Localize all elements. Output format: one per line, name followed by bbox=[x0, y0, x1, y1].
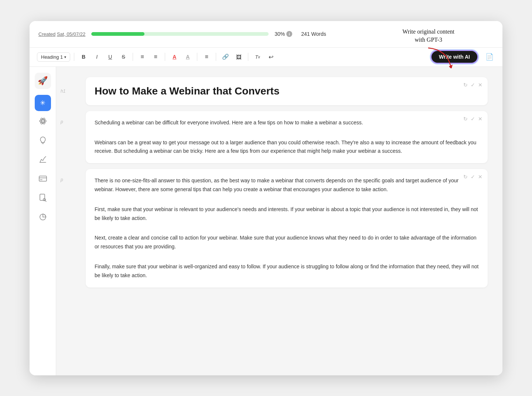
sidebar-item-search[interactable] bbox=[35, 191, 51, 207]
bold-button[interactable]: B bbox=[78, 51, 89, 62]
heading-check-icon[interactable]: ✓ bbox=[471, 82, 475, 87]
clear-format-button[interactable]: Tx bbox=[252, 51, 263, 62]
search-doc-icon bbox=[39, 194, 47, 204]
paragraph-block-2: ↻ ✓ ✕ There is no one-size-fits-all answ… bbox=[86, 169, 488, 287]
paragraph-2-text-1: There is no one-size-fits-all answer to … bbox=[95, 176, 479, 194]
heading-block-label: h1 bbox=[61, 89, 65, 94]
info-icon[interactable]: i bbox=[286, 31, 292, 37]
svg-line-10 bbox=[45, 201, 46, 202]
sidebar-item-chart[interactable] bbox=[35, 152, 51, 169]
svg-rect-8 bbox=[40, 194, 45, 200]
p1-refresh-icon[interactable]: ↻ bbox=[463, 116, 468, 121]
heading-text: How to Make a Webinar that Converts bbox=[95, 85, 479, 98]
p2-check-icon[interactable]: ✓ bbox=[471, 174, 475, 179]
paragraph-1-text-2: Webinars can be a great way to get your … bbox=[95, 138, 479, 156]
font-bg-button[interactable]: A bbox=[182, 51, 193, 62]
paragraph-2-text-2: First, make sure that your webinar is re… bbox=[95, 205, 479, 223]
toolbar: Heading 1 ▾ B I U S ≡ ≡ A A ≡ 🔗 🖼 Tx ↩ W… bbox=[30, 48, 502, 67]
sidebar-item-analytics[interactable] bbox=[35, 210, 51, 226]
paragraph-block-1-actions: ↻ ✓ ✕ bbox=[463, 116, 482, 121]
svg-rect-5 bbox=[39, 176, 47, 181]
toolbar-divider-3 bbox=[165, 53, 165, 61]
heading-close-icon[interactable]: ✕ bbox=[478, 82, 482, 87]
toolbar-divider-6 bbox=[248, 53, 248, 61]
card-icon bbox=[39, 175, 47, 184]
progress-value: 30% bbox=[274, 31, 285, 37]
paragraph-block-1-wrapper: p ↻ ✓ ✕ Scheduling a webinar can be diff… bbox=[71, 111, 488, 163]
app-window: Write original content with GPT-3 Create… bbox=[30, 21, 502, 375]
write-ai-button[interactable]: Write with AI bbox=[432, 51, 477, 63]
undo-button[interactable]: ↩ bbox=[265, 51, 276, 62]
created-label: Created Sat, 05/07/22 bbox=[38, 31, 85, 37]
paragraph-2-text-3: Next, create a clear and concise call to… bbox=[95, 234, 479, 251]
chart-icon bbox=[39, 156, 47, 165]
sidebar-item-atom[interactable] bbox=[35, 114, 51, 130]
p1-close-icon[interactable]: ✕ bbox=[478, 116, 482, 121]
toolbar-divider-4 bbox=[197, 53, 197, 61]
heading-select-label: Heading 1 bbox=[41, 54, 63, 60]
link-button[interactable]: 🔗 bbox=[220, 51, 231, 62]
word-count: 241 Words bbox=[301, 31, 326, 37]
heading-select[interactable]: Heading 1 ▾ bbox=[37, 52, 70, 62]
svg-point-4 bbox=[42, 121, 43, 122]
ul-button[interactable]: ≡ bbox=[150, 51, 161, 62]
underline-button[interactable]: U bbox=[105, 51, 116, 62]
italic-button[interactable]: I bbox=[91, 51, 102, 62]
main-layout: 🚀 ✳ bbox=[30, 67, 502, 375]
heading-refresh-icon[interactable]: ↻ bbox=[463, 82, 468, 87]
image-button[interactable]: 🖼 bbox=[233, 51, 244, 62]
p1-check-icon[interactable]: ✓ bbox=[471, 116, 475, 121]
align-button[interactable]: ≡ bbox=[201, 51, 212, 62]
toolbar-divider-1 bbox=[74, 53, 74, 61]
sidebar-item-bulb[interactable] bbox=[35, 133, 51, 149]
paragraph-2-text-4: Finally, make sure that your webinar is … bbox=[95, 262, 479, 280]
header: Created Sat, 05/07/22 30% i 241 Words bbox=[30, 21, 502, 48]
paragraph-1-text-1: Scheduling a webinar can be difficult fo… bbox=[95, 118, 479, 127]
app-logo: 🚀 bbox=[35, 73, 51, 89]
sidebar-item-card[interactable] bbox=[35, 172, 51, 188]
logo-icon: 🚀 bbox=[38, 76, 48, 86]
atom-icon bbox=[39, 117, 47, 127]
paragraph-block-2-wrapper: p ↻ ✓ ✕ There is no one-size-fits-all an… bbox=[71, 169, 488, 287]
page-icon: 📄 bbox=[484, 51, 495, 62]
bulb-icon bbox=[39, 136, 47, 146]
paragraph-block-2-actions: ↻ ✓ ✕ bbox=[463, 174, 482, 179]
toolbar-divider-2 bbox=[133, 53, 133, 61]
heading-block: ↻ ✓ ✕ How to Make a Webinar that Convert… bbox=[86, 77, 488, 105]
paragraph-block-1: ↻ ✓ ✕ Scheduling a webinar can be diffic… bbox=[86, 111, 488, 163]
toolbar-divider-5 bbox=[216, 53, 216, 61]
p2-refresh-icon[interactable]: ↻ bbox=[463, 174, 468, 179]
content-area: h1 ↻ ✓ ✕ How to Make a Webinar that Conv… bbox=[56, 67, 502, 375]
ol-button[interactable]: ≡ bbox=[137, 51, 148, 62]
strikethrough-button[interactable]: S bbox=[118, 51, 129, 62]
paragraph-block-2-label: p bbox=[61, 177, 63, 182]
paragraph-block-1-label: p bbox=[61, 119, 63, 124]
magic-icon: ✳ bbox=[40, 99, 45, 107]
progress-percent: 30% i bbox=[274, 31, 292, 37]
progress-bar bbox=[91, 32, 269, 36]
analytics-icon bbox=[39, 213, 47, 223]
font-color-button[interactable]: A bbox=[169, 51, 180, 62]
chevron-down-icon: ▾ bbox=[64, 55, 66, 59]
p2-close-icon[interactable]: ✕ bbox=[478, 174, 482, 179]
sidebar-item-magic[interactable]: ✳ bbox=[35, 95, 51, 111]
heading-block-actions: ↻ ✓ ✕ bbox=[463, 82, 482, 87]
heading-block-wrapper: h1 ↻ ✓ ✕ How to Make a Webinar that Conv… bbox=[71, 77, 488, 105]
progress-bar-fill bbox=[91, 32, 144, 36]
sidebar: 🚀 ✳ bbox=[30, 67, 56, 375]
